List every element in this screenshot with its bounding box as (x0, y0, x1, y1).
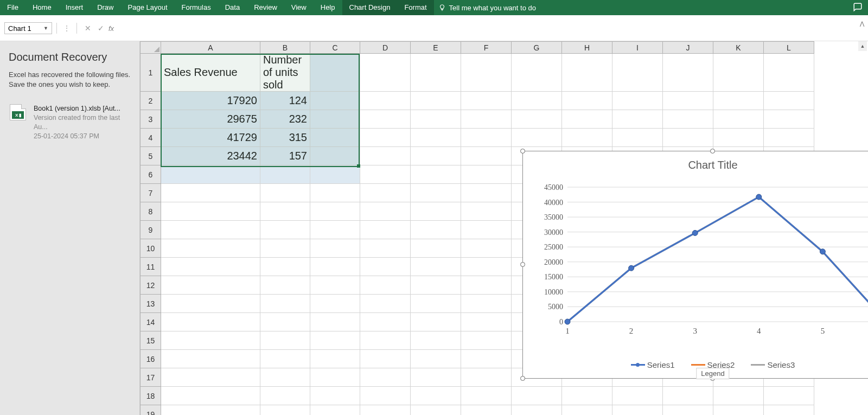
cell-B6[interactable] (260, 165, 310, 184)
cell-E16[interactable] (411, 350, 461, 368)
column-header-H[interactable]: H (562, 42, 612, 54)
cell-B8[interactable] (260, 202, 310, 221)
legend-item[interactable]: Series3 (751, 360, 795, 369)
cell-A10[interactable] (161, 239, 260, 258)
cell-G4[interactable] (512, 129, 562, 147)
cell-F10[interactable] (461, 239, 512, 258)
column-header-C[interactable]: C (310, 42, 360, 54)
cell-D12[interactable] (360, 276, 411, 295)
cell-A1[interactable]: Sales Revenue (161, 54, 260, 92)
cell-A18[interactable] (161, 387, 260, 405)
ribbon-tab-draw[interactable]: Draw (90, 0, 120, 15)
cell-I1[interactable] (612, 54, 663, 92)
cell-F5[interactable] (461, 147, 512, 165)
cell-K2[interactable] (713, 92, 764, 110)
comments-button[interactable] (853, 2, 863, 14)
cell-A7[interactable] (161, 184, 260, 202)
cell-C15[interactable] (310, 331, 360, 350)
row-header-6[interactable]: 6 (141, 165, 161, 184)
cell-B17[interactable] (260, 368, 310, 387)
column-header-F[interactable]: F (461, 42, 512, 54)
cell-D3[interactable] (360, 110, 411, 129)
cell-D16[interactable] (360, 350, 411, 368)
cell-C4[interactable] (310, 129, 360, 147)
row-header-12[interactable]: 12 (141, 276, 161, 295)
cell-K1[interactable] (713, 54, 764, 92)
cell-C11[interactable] (310, 258, 360, 276)
cell-A11[interactable] (161, 258, 260, 276)
cell-C3[interactable] (310, 110, 360, 129)
cell-D9[interactable] (360, 221, 411, 239)
cell-E2[interactable] (411, 92, 461, 110)
cell-A8[interactable] (161, 202, 260, 221)
cell-K19[interactable] (713, 405, 764, 416)
cell-K3[interactable] (713, 110, 764, 129)
cell-E13[interactable] (411, 295, 461, 313)
ribbon-tab-file[interactable]: File (0, 0, 25, 15)
cell-E17[interactable] (411, 368, 461, 387)
row-header-5[interactable]: 5 (141, 147, 161, 165)
cell-C18[interactable] (310, 387, 360, 405)
cell-G18[interactable] (512, 387, 562, 405)
cell-D17[interactable] (360, 368, 411, 387)
cell-B14[interactable] (260, 313, 310, 331)
cell-C2[interactable] (310, 92, 360, 110)
cell-C1[interactable] (310, 54, 360, 92)
cell-C14[interactable] (310, 313, 360, 331)
more-icon[interactable]: ⋮ (61, 24, 72, 32)
formula-input[interactable] (117, 21, 857, 33)
cell-H4[interactable] (562, 129, 612, 147)
cell-A9[interactable] (161, 221, 260, 239)
cell-E12[interactable] (411, 276, 461, 295)
recovered-file-item[interactable]: X ▮ Book1 (version 1).xlsb [Aut... Versi… (9, 102, 131, 143)
cell-L2[interactable] (764, 92, 814, 110)
cell-B7[interactable] (260, 184, 310, 202)
cell-H1[interactable] (562, 54, 612, 92)
row-header-18[interactable]: 18 (141, 387, 161, 405)
column-header-B[interactable]: B (260, 42, 310, 54)
cell-A5[interactable]: 23442 (161, 147, 260, 165)
cell-F7[interactable] (461, 184, 512, 202)
cell-F15[interactable] (461, 331, 512, 350)
cell-I2[interactable] (612, 92, 663, 110)
ribbon-tab-help[interactable]: Help (314, 0, 342, 15)
row-header-15[interactable]: 15 (141, 331, 161, 350)
cell-E5[interactable] (411, 147, 461, 165)
cell-F12[interactable] (461, 276, 512, 295)
cell-L1[interactable] (764, 54, 814, 92)
cell-B18[interactable] (260, 387, 310, 405)
cell-C10[interactable] (310, 239, 360, 258)
cell-L3[interactable] (764, 110, 814, 129)
cell-D5[interactable] (360, 147, 411, 165)
cell-E10[interactable] (411, 239, 461, 258)
cell-E6[interactable] (411, 165, 461, 184)
ribbon-tab-page-layout[interactable]: Page Layout (121, 0, 175, 15)
cell-B12[interactable] (260, 276, 310, 295)
cell-C5[interactable] (310, 147, 360, 165)
cell-D1[interactable] (360, 54, 411, 92)
column-header-A[interactable]: A (161, 42, 260, 54)
cell-E15[interactable] (411, 331, 461, 350)
cell-G1[interactable] (512, 54, 562, 92)
column-header-D[interactable]: D (360, 42, 411, 54)
cell-F11[interactable] (461, 258, 512, 276)
cell-B16[interactable] (260, 350, 310, 368)
cell-H18[interactable] (562, 387, 612, 405)
cell-A3[interactable]: 29675 (161, 110, 260, 129)
cell-A15[interactable] (161, 331, 260, 350)
cell-E9[interactable] (411, 221, 461, 239)
cell-J18[interactable] (663, 387, 713, 405)
row-header-1[interactable]: 1 (141, 54, 161, 92)
chart-series-line[interactable] (567, 197, 868, 322)
row-header-2[interactable]: 2 (141, 92, 161, 110)
cell-F2[interactable] (461, 92, 512, 110)
ribbon-tab-chart-design[interactable]: Chart Design (342, 0, 398, 15)
cell-A14[interactable] (161, 313, 260, 331)
enter-formula-button[interactable]: ✓ (94, 24, 107, 33)
cell-E18[interactable] (411, 387, 461, 405)
cell-L19[interactable] (764, 405, 814, 416)
resize-handle[interactable] (710, 149, 715, 154)
cell-C6[interactable] (310, 165, 360, 184)
cell-D4[interactable] (360, 129, 411, 147)
cell-E14[interactable] (411, 313, 461, 331)
